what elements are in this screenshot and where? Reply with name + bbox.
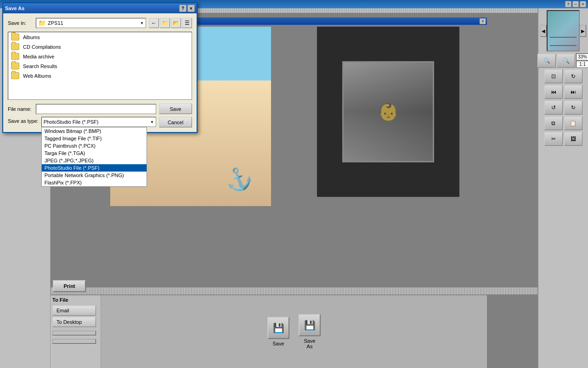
filetype-psf[interactable]: PhotoStudio File (*.PSF) (42, 164, 147, 172)
folder-media-icon (11, 53, 19, 60)
folder-albums-label: Albums (23, 34, 40, 40)
dialog-close-btn[interactable]: × (187, 5, 195, 12)
folder-search-icon (11, 63, 19, 69)
save-button[interactable]: Save (159, 104, 192, 114)
dialog-titlebar: Save As ? × (3, 3, 197, 13)
save-in-row: Save in: 📁 ZPS11 ▼ ← 📁 📂 ☰ (8, 18, 192, 28)
save-in-label: Save in: (8, 20, 33, 26)
filetype-png[interactable]: Portable Network Graphics (*.PNG) (42, 172, 147, 179)
folder-albums-icon (11, 34, 19, 40)
filetype-fpx[interactable]: FlashPix (*.FPX) (42, 179, 147, 186)
folder-search-results[interactable]: Search Results (8, 61, 192, 71)
save-as-dialog: Save As ? × Save in: 📁 ZPS11 ▼ ← 📁 📂 (2, 2, 198, 133)
filetype-pcx[interactable]: PC Paintbrush (*.PCX) (42, 142, 147, 150)
savetype-dropdown-container: PhotoStudio File (*.PSF) ▼ Windows Bitma… (41, 117, 156, 127)
filetype-tif[interactable]: Tagged Image File (*.TIF) (42, 135, 147, 142)
filetype-jpeg[interactable]: JPEG (*.JPG;*.JPEG) (42, 157, 147, 164)
folder-media-label: Media archive (23, 54, 54, 59)
folder-media-archive[interactable]: Media archive (8, 52, 192, 61)
folder-icon-small: 📁 (38, 19, 46, 27)
save-in-arrow: ▼ (140, 21, 144, 25)
filename-label: File name: (8, 106, 33, 112)
savetype-selected: PhotoStudio File (*.PSF) (44, 119, 99, 125)
dialog-help-btn[interactable]: ? (179, 5, 187, 12)
file-list-area[interactable]: Albums CD Compilations Media archive Sea… (8, 32, 192, 100)
filename-row: File name: Save (8, 104, 192, 114)
dialog-title: Save As (5, 6, 24, 11)
folder-cd-icon (11, 43, 19, 50)
folder-web-label: Web Albums (23, 73, 51, 79)
back-btn[interactable]: ← (149, 18, 159, 28)
filename-input[interactable] (36, 104, 156, 114)
savetype-dropdown[interactable]: PhotoStudio File (*.PSF) ▼ (41, 117, 156, 127)
folder-cd-compilations[interactable]: CD Compilations (8, 42, 192, 52)
folder-albums[interactable]: Albums (8, 32, 192, 42)
savetype-list[interactable]: Windows Bitmap (*.BMP) Tagged Image File… (41, 127, 147, 187)
view-options-btn[interactable]: ☰ (182, 18, 192, 28)
save-in-value: ZPS11 (48, 20, 63, 26)
filetype-tga[interactable]: Targa File (*.TGA) (42, 150, 147, 157)
save-in-dropdown[interactable]: 📁 ZPS11 ▼ (36, 18, 146, 28)
new-folder-btn[interactable]: 📂 (171, 18, 181, 28)
savetype-arrow: ▼ (150, 120, 154, 124)
filetype-bmp[interactable]: Windows Bitmap (*.BMP) (42, 127, 147, 135)
savetype-label: Save as type: (8, 117, 39, 124)
savetype-row: Save as type: PhotoStudio File (*.PSF) ▼… (8, 117, 192, 127)
dialog-body: Save in: 📁 ZPS11 ▼ ← 📁 📂 ☰ Albums (3, 13, 197, 132)
dialog-title-buttons: ? × (179, 5, 195, 12)
folder-web-icon (11, 72, 19, 79)
dialog-overlay: Save As ? × Save in: 📁 ZPS11 ▼ ← 📁 📂 (0, 0, 588, 368)
folder-web-albums[interactable]: Web Albums (8, 71, 192, 80)
up-folder-btn[interactable]: 📁 (160, 18, 170, 28)
folder-cd-label: CD Compilations (23, 44, 61, 50)
cancel-button[interactable]: Cancel (159, 117, 192, 127)
toolbar-icons-row: ← 📁 📂 ☰ (149, 18, 192, 28)
folder-search-label: Search Results (23, 63, 57, 69)
